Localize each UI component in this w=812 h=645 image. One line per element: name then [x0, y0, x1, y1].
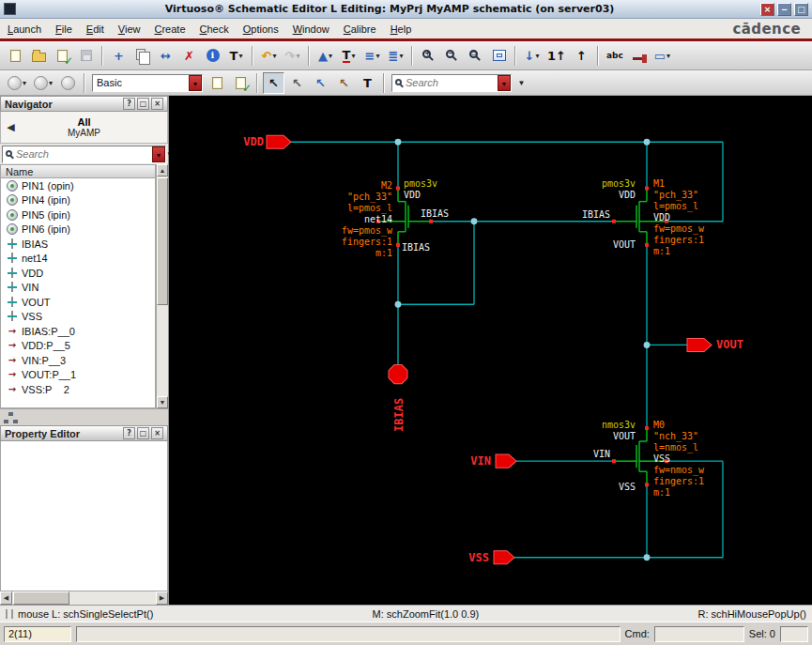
tree-item-pin5-ipin-[interactable]: PIN5 (ipin): [1, 207, 155, 223]
wire-width-dropdown-icon[interactable]: ▾: [375, 52, 379, 60]
search-filter-dropdown-icon[interactable]: ▼: [152, 146, 165, 162]
descend-edit-button[interactable]: ↓▾: [521, 45, 543, 67]
hscroll-track[interactable]: [12, 591, 156, 605]
descend-edit-dropdown-icon[interactable]: ▾: [535, 52, 539, 60]
undo-button[interactable]: ↶▾: [258, 45, 280, 67]
tree-item-vin[interactable]: VIN: [1, 281, 155, 296]
tree-column-header[interactable]: Name: [0, 164, 156, 178]
tree-item-pin4-ipin-[interactable]: PIN4 (ipin): [1, 193, 155, 208]
redo-button[interactable]: ↷▾: [282, 45, 303, 67]
select-mode-single-button[interactable]: ↖: [263, 72, 284, 94]
open-button[interactable]: [28, 45, 50, 67]
navigator-search-input[interactable]: [14, 148, 152, 160]
workspace-2-button[interactable]: ▾: [31, 72, 55, 94]
workspace-2-dropdown-icon[interactable]: ▾: [49, 79, 53, 87]
return-to-top-button[interactable]: ↑: [571, 45, 592, 67]
menu-calibre[interactable]: Calibre: [344, 23, 376, 35]
menu-view[interactable]: View: [118, 23, 141, 35]
new-cellview-button[interactable]: [5, 45, 26, 67]
hierarchy-icon[interactable]: [4, 412, 18, 423]
select-mode-net-button[interactable]: ↖: [310, 72, 331, 94]
tree-item-net14[interactable]: net14: [1, 252, 155, 267]
menu-check[interactable]: Check: [200, 23, 229, 35]
menu-launch[interactable]: Launch: [8, 23, 41, 35]
schematic-svg[interactable]: VDDVOUTVINVSSIBIASM2"pch_33"l=pmos_lnet1…: [169, 96, 812, 605]
return-button[interactable]: 1↑: [544, 45, 569, 67]
stretch-button[interactable]: ↔: [155, 45, 176, 67]
create-note-shape-button[interactable]: ▭▾: [651, 45, 673, 67]
toolbar-search-dropdown-icon[interactable]: ▼: [498, 75, 511, 91]
zoom-in-button[interactable]: +: [418, 45, 439, 67]
select-mode-partial-button[interactable]: ↖: [286, 72, 308, 94]
tree-item-ibias[interactable]: IBIAS: [1, 237, 155, 252]
navigator-scrollbar[interactable]: ▲ ▼: [156, 164, 168, 408]
workspace-1-dropdown-icon[interactable]: ▾: [23, 79, 26, 87]
properties-button[interactable]: T▾: [225, 45, 247, 67]
maximize-button[interactable]: □: [794, 3, 808, 16]
create-text-button[interactable]: T▾: [338, 45, 360, 67]
create-shape-dropdown-icon[interactable]: ▾: [329, 52, 332, 60]
tree-item-vin-p-3[interactable]: →VIN:P__3: [1, 353, 155, 368]
scroll-right-icon[interactable]: ▶: [156, 591, 168, 605]
mode-select[interactable]: Basic▼: [92, 74, 203, 92]
scroll-thumb[interactable]: [157, 177, 168, 305]
menu-options[interactable]: Options: [243, 23, 279, 35]
scroll-down-icon[interactable]: ▼: [157, 396, 168, 408]
navigator-float-icon[interactable]: □: [137, 98, 149, 110]
check-and-save-button[interactable]: ✓: [52, 45, 73, 67]
tree-item-vout-p-1[interactable]: →VOUT:P__1: [1, 368, 155, 383]
scroll-track[interactable]: [157, 177, 168, 396]
pin-vin-arrow[interactable]: [496, 454, 516, 468]
close-button[interactable]: ×: [760, 3, 774, 16]
workspace-1-button[interactable]: ▾: [5, 72, 29, 94]
copy-button[interactable]: [131, 45, 153, 67]
hscroll-thumb[interactable]: [13, 591, 69, 605]
save-button[interactable]: [75, 45, 97, 67]
status-grip-icon[interactable]: [6, 609, 13, 619]
create-pin-button[interactable]: [628, 45, 650, 67]
zoom-out-button[interactable]: −: [441, 45, 463, 67]
menu-create[interactable]: Create: [154, 23, 185, 35]
pin-vout-arrow[interactable]: [687, 338, 712, 351]
pin-ibias-octagon[interactable]: [389, 365, 407, 384]
create-note-shape-dropdown-icon[interactable]: ▾: [666, 52, 670, 60]
pin-vss-arrow[interactable]: [494, 551, 514, 564]
scroll-up-icon[interactable]: ▲: [157, 164, 168, 177]
menu-window[interactable]: Window: [293, 23, 329, 35]
menu-file[interactable]: File: [55, 23, 72, 35]
pin-vdd-arrow[interactable]: [267, 135, 291, 148]
property-editor-float-icon[interactable]: □: [137, 427, 149, 439]
mode-dropdown-icon[interactable]: ▼: [189, 75, 202, 91]
tree-item-pin1-opin-[interactable]: PIN1 (opin): [1, 178, 155, 193]
app-icon[interactable]: [4, 3, 16, 15]
navigator-help-icon[interactable]: ?: [123, 98, 135, 110]
property-editor-body[interactable]: [0, 441, 168, 591]
redo-dropdown-icon[interactable]: ▾: [296, 52, 299, 60]
undo-dropdown-icon[interactable]: ▾: [272, 52, 276, 60]
tree-item-vdd-p-5[interactable]: →VDD:P__5: [1, 339, 155, 354]
select-mode-label-button[interactable]: T: [357, 72, 378, 94]
create-shape-button[interactable]: ▲▾: [314, 45, 336, 67]
tree-item-vss-p-2[interactable]: →VSS:P__2: [1, 382, 155, 394]
zoom-fit-button[interactable]: [488, 45, 510, 67]
select-mode-instance-button[interactable]: ↖: [333, 72, 355, 94]
object-info-button[interactable]: i: [202, 45, 223, 67]
menu-edit[interactable]: Edit: [86, 23, 104, 35]
tree-item-ibias-p-0[interactable]: →IBIAS:P__0: [1, 324, 155, 339]
property-editor-help-icon[interactable]: ?: [123, 427, 135, 439]
menu-help[interactable]: Help: [391, 23, 412, 35]
zoom-to-area-button[interactable]: ▫: [465, 45, 486, 67]
line-style-dropdown-icon[interactable]: ▾: [399, 52, 403, 60]
line-style-button[interactable]: ≣▾: [385, 45, 406, 67]
properties-dropdown-icon[interactable]: ▾: [238, 52, 242, 60]
tree-item-vout[interactable]: VOUT: [1, 295, 155, 310]
toolbar-search-options-icon[interactable]: ▼: [514, 74, 529, 92]
refresh-display-button[interactable]: ✓: [230, 72, 252, 94]
move-button[interactable]: +: [108, 45, 130, 67]
back-icon[interactable]: ◀: [3, 119, 19, 135]
create-note-text-button[interactable]: abc: [604, 45, 626, 67]
cmd-field[interactable]: [654, 626, 744, 642]
property-editor-scrollbar[interactable]: ◀ ▶: [0, 591, 168, 605]
navigator-close-icon[interactable]: ×: [151, 98, 163, 110]
scroll-left-icon[interactable]: ◀: [0, 591, 12, 605]
